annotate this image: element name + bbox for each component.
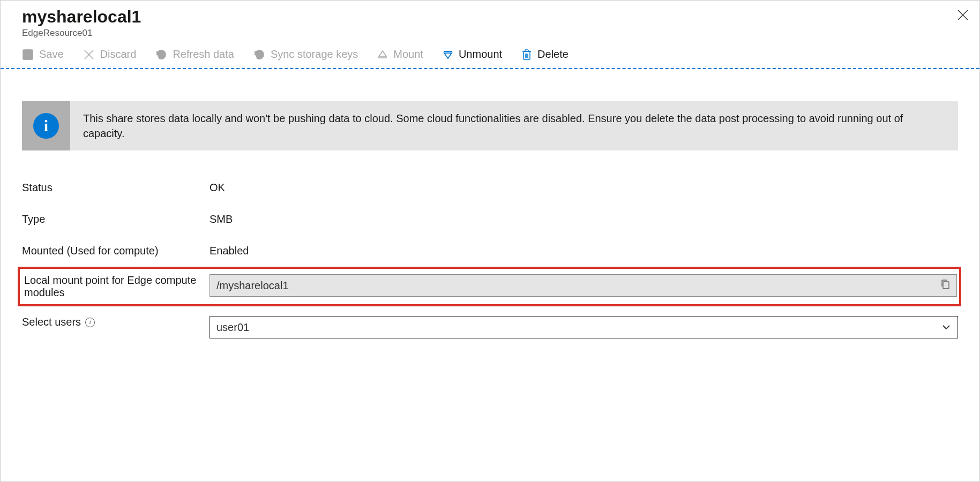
sync-label: Sync storage keys xyxy=(271,48,358,61)
page-title: mysharelocal1 xyxy=(22,7,958,27)
save-label: Save xyxy=(39,48,64,61)
close-icon xyxy=(957,9,969,21)
mountpoint-label: Local mount point for Edge compute modul… xyxy=(22,274,210,299)
discard-button[interactable]: Discard xyxy=(83,48,137,61)
status-value: OK xyxy=(210,182,958,194)
copy-button[interactable] xyxy=(940,279,950,292)
command-bar: Save Discard Refresh data Sync storage k… xyxy=(1,43,979,69)
unmount-label: Unmount xyxy=(459,48,502,61)
panel-header: mysharelocal1 EdgeResource01 xyxy=(1,1,979,43)
svg-marker-8 xyxy=(379,51,386,56)
mountpoint-field: /mysharelocal1 xyxy=(210,274,957,297)
mounted-row: Mounted (Used for compute) Enabled xyxy=(22,235,958,267)
copy-icon xyxy=(940,279,950,290)
delete-button[interactable]: Delete xyxy=(521,48,568,61)
unmount-button[interactable]: Unmount xyxy=(443,48,502,61)
mountpoint-row: Local mount point for Edge compute modul… xyxy=(18,267,961,306)
type-label: Type xyxy=(22,213,210,225)
discard-icon xyxy=(83,49,95,61)
type-value: SMB xyxy=(210,213,958,225)
info-banner-text: This share stores data locally and won't… xyxy=(70,101,958,150)
refresh-icon xyxy=(155,49,167,61)
discard-label: Discard xyxy=(100,48,137,61)
status-row: Status OK xyxy=(22,172,958,204)
info-icon-wrap: i xyxy=(22,101,70,150)
content-area: i This share stores data locally and won… xyxy=(1,69,979,359)
sync-icon xyxy=(253,49,265,61)
users-selected: user01 xyxy=(216,321,941,334)
refresh-label: Refresh data xyxy=(173,48,234,61)
svg-marker-10 xyxy=(444,53,452,58)
svg-rect-3 xyxy=(25,50,31,53)
status-label: Status xyxy=(22,182,210,194)
close-button[interactable] xyxy=(957,9,969,23)
svg-rect-4 xyxy=(25,55,31,59)
users-label-text: Select users xyxy=(22,316,81,328)
info-tooltip-icon[interactable]: i xyxy=(85,318,95,327)
refresh-button[interactable]: Refresh data xyxy=(155,48,234,61)
users-row: Select users i user01 xyxy=(22,306,958,348)
save-button[interactable]: Save xyxy=(22,48,64,61)
type-row: Type SMB xyxy=(22,204,958,235)
users-dropdown[interactable]: user01 xyxy=(210,316,958,338)
sync-button[interactable]: Sync storage keys xyxy=(253,48,358,61)
info-icon: i xyxy=(33,113,59,139)
delete-icon xyxy=(521,49,532,61)
mount-button[interactable]: Mount xyxy=(377,48,423,61)
mount-icon xyxy=(377,49,388,60)
svg-rect-19 xyxy=(943,282,949,289)
info-banner: i This share stores data locally and won… xyxy=(22,101,958,150)
users-label: Select users i xyxy=(22,316,210,328)
delete-label: Delete xyxy=(537,48,568,61)
save-icon xyxy=(22,49,34,61)
mounted-value: Enabled xyxy=(210,245,958,257)
mount-label: Mount xyxy=(393,48,423,61)
resource-subtitle: EdgeResource01 xyxy=(22,28,958,39)
mountpoint-value: /mysharelocal1 xyxy=(216,280,940,292)
unmount-icon xyxy=(443,49,453,60)
mounted-label: Mounted (Used for compute) xyxy=(22,245,210,257)
chevron-down-icon xyxy=(941,322,951,332)
